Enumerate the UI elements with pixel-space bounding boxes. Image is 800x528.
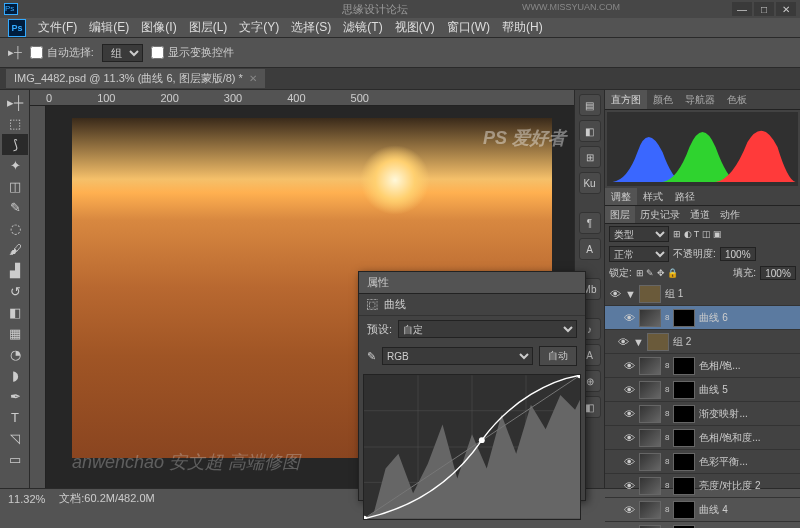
- sampler-icon[interactable]: ✎: [367, 350, 376, 363]
- layer-name[interactable]: 色彩平衡...: [699, 455, 796, 469]
- minimize-button[interactable]: —: [732, 2, 752, 16]
- wand-tool[interactable]: ✦: [2, 155, 28, 176]
- menu-help[interactable]: 帮助(H): [502, 19, 543, 36]
- layer-row[interactable]: 👁8曲线 6: [605, 306, 800, 330]
- tab-navigator[interactable]: 导航器: [679, 90, 721, 109]
- tab-history[interactable]: 历史记录: [635, 206, 685, 223]
- tab-layers[interactable]: 图层: [605, 206, 635, 223]
- show-transform[interactable]: 显示变换控件: [151, 45, 234, 60]
- path-tool[interactable]: ◹: [2, 428, 28, 449]
- document-tab[interactable]: IMG_4482.psd @ 11.3% (曲线 6, 图层蒙版/8) * ✕: [6, 69, 265, 88]
- auto-select[interactable]: 自动选择:: [30, 45, 94, 60]
- eyedropper-tool[interactable]: ✎: [2, 197, 28, 218]
- tab-adjustments[interactable]: 调整: [605, 188, 637, 205]
- dodge-tool[interactable]: ◗: [2, 365, 28, 386]
- visibility-icon[interactable]: 👁: [623, 504, 635, 516]
- pen-tool[interactable]: ✒: [2, 386, 28, 407]
- layer-row[interactable]: 👁▼组 1: [605, 282, 800, 306]
- visibility-icon[interactable]: 👁: [623, 432, 635, 444]
- layer-row[interactable]: 👁8亮度/对比度...: [605, 522, 800, 528]
- mask-thumb[interactable]: [673, 525, 695, 529]
- visibility-icon[interactable]: 👁: [623, 312, 635, 324]
- panel-c-icon[interactable]: ⊞: [579, 146, 601, 168]
- visibility-icon[interactable]: 👁: [623, 360, 635, 372]
- auto-button[interactable]: 自动: [539, 346, 577, 366]
- menu-image[interactable]: 图像(I): [141, 19, 176, 36]
- layer-name[interactable]: 渐变映射...: [699, 407, 796, 421]
- mask-thumb[interactable]: [673, 405, 695, 423]
- layer-name[interactable]: 曲线 4: [699, 503, 796, 517]
- layer-row[interactable]: 👁▼组 2: [605, 330, 800, 354]
- menu-filter[interactable]: 滤镜(T): [343, 19, 382, 36]
- layer-row[interactable]: 👁8色相/饱...: [605, 354, 800, 378]
- preset-select[interactable]: 自定: [398, 320, 577, 338]
- menu-file[interactable]: 文件(F): [38, 19, 77, 36]
- gradient-tool[interactable]: ▦: [2, 323, 28, 344]
- marquee-tool[interactable]: ⬚: [2, 113, 28, 134]
- layer-row[interactable]: 👁8亮度/对比度 2: [605, 474, 800, 498]
- panel-ku-icon[interactable]: Ku: [579, 172, 601, 194]
- tab-styles[interactable]: 样式: [637, 188, 669, 205]
- crop-tool[interactable]: ◫: [2, 176, 28, 197]
- shape-tool[interactable]: ▭: [2, 449, 28, 470]
- menu-layer[interactable]: 图层(L): [189, 19, 228, 36]
- fill-input[interactable]: [760, 266, 796, 280]
- menu-window[interactable]: 窗口(W): [447, 19, 490, 36]
- menu-edit[interactable]: 编辑(E): [89, 19, 129, 36]
- mask-thumb[interactable]: [673, 381, 695, 399]
- layer-row[interactable]: 👁8曲线 4: [605, 498, 800, 522]
- folder-arrow-icon[interactable]: ▼: [625, 288, 635, 300]
- panel-d-icon[interactable]: ¶: [579, 212, 601, 234]
- visibility-icon[interactable]: 👁: [609, 288, 621, 300]
- menu-type[interactable]: 文字(Y): [239, 19, 279, 36]
- lasso-tool[interactable]: ⟆: [2, 134, 28, 155]
- layer-row[interactable]: 👁8色相/饱和度...: [605, 426, 800, 450]
- stamp-tool[interactable]: ▟: [2, 260, 28, 281]
- mask-thumb[interactable]: [673, 357, 695, 375]
- tab-swatches[interactable]: 色板: [721, 90, 753, 109]
- mask-thumb[interactable]: [673, 477, 695, 495]
- history-brush-tool[interactable]: ↺: [2, 281, 28, 302]
- mask-thumb[interactable]: [673, 309, 695, 327]
- zoom-level[interactable]: 11.32%: [8, 493, 45, 505]
- layer-row[interactable]: 👁8曲线 5: [605, 378, 800, 402]
- folder-arrow-icon[interactable]: ▼: [633, 336, 643, 348]
- mask-thumb[interactable]: [673, 429, 695, 447]
- blur-tool[interactable]: ◔: [2, 344, 28, 365]
- panel-b-icon[interactable]: ◧: [579, 120, 601, 142]
- layer-name[interactable]: 曲线 6: [699, 311, 796, 325]
- mask-thumb[interactable]: [673, 501, 695, 519]
- layer-name[interactable]: 组 2: [673, 335, 796, 349]
- blend-mode[interactable]: 正常: [609, 246, 669, 262]
- type-tool[interactable]: T: [2, 407, 28, 428]
- panel-a-icon[interactable]: ▤: [579, 94, 601, 116]
- auto-select-mode[interactable]: 组: [102, 44, 143, 62]
- move-tool[interactable]: ▸┼: [2, 92, 28, 113]
- heal-tool[interactable]: ◌: [2, 218, 28, 239]
- curves-graph[interactable]: [363, 374, 581, 520]
- visibility-icon[interactable]: 👁: [623, 480, 635, 492]
- close-tab-icon[interactable]: ✕: [249, 73, 257, 84]
- menu-select[interactable]: 选择(S): [291, 19, 331, 36]
- layer-kind[interactable]: 类型: [609, 226, 669, 242]
- layer-name[interactable]: 组 1: [665, 287, 796, 301]
- visibility-icon[interactable]: 👁: [623, 456, 635, 468]
- mask-thumb[interactable]: [673, 453, 695, 471]
- menu-view[interactable]: 视图(V): [395, 19, 435, 36]
- tab-paths[interactable]: 路径: [669, 188, 701, 205]
- tab-histogram[interactable]: 直方图: [605, 90, 647, 109]
- tab-color[interactable]: 颜色: [647, 90, 679, 109]
- layer-name[interactable]: 亮度/对比度 2: [699, 479, 796, 493]
- layer-name[interactable]: 色相/饱...: [699, 359, 796, 373]
- visibility-icon[interactable]: 👁: [617, 336, 629, 348]
- tab-actions[interactable]: 动作: [715, 206, 745, 223]
- close-button[interactable]: ✕: [776, 2, 796, 16]
- visibility-icon[interactable]: 👁: [623, 384, 635, 396]
- maximize-button[interactable]: □: [754, 2, 774, 16]
- opacity-input[interactable]: [720, 247, 756, 261]
- panel-e-icon[interactable]: A: [579, 238, 601, 260]
- channel-select[interactable]: RGB: [382, 347, 533, 365]
- layer-row[interactable]: 👁8渐变映射...: [605, 402, 800, 426]
- tab-channels[interactable]: 通道: [685, 206, 715, 223]
- eraser-tool[interactable]: ◧: [2, 302, 28, 323]
